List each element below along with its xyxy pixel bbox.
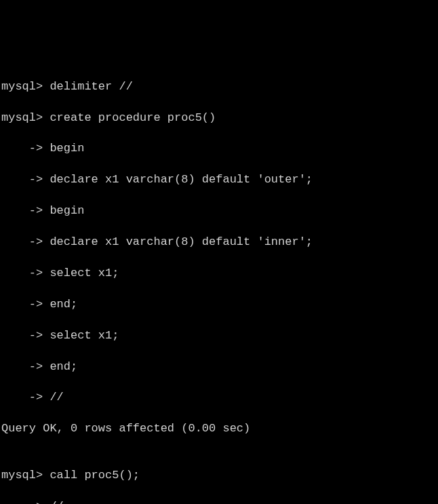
terminal-line: -> select x1; — [1, 328, 437, 344]
terminal-output: mysql> delimiter // mysql> create proced… — [1, 64, 437, 504]
terminal-line: mysql> delimiter // — [1, 79, 437, 95]
terminal-line: -> // — [1, 499, 437, 504]
terminal-line: -> begin — [1, 141, 437, 157]
terminal-line: -> declare x1 varchar(8) default 'inner'… — [1, 235, 437, 250]
terminal-line: -> end; — [1, 297, 437, 313]
terminal-line: -> end; — [1, 360, 437, 375]
terminal-line: -> begin — [1, 203, 437, 219]
terminal-line: Query OK, 0 rows affected (0.00 sec) — [1, 421, 437, 437]
terminal-line: -> declare x1 varchar(8) default 'outer'… — [1, 172, 437, 188]
terminal-line: -> select x1; — [1, 266, 437, 282]
terminal-line: -> // — [1, 390, 437, 406]
terminal-line: mysql> call proc5(); — [1, 468, 437, 484]
terminal-line: mysql> create procedure proc5() — [1, 111, 437, 126]
